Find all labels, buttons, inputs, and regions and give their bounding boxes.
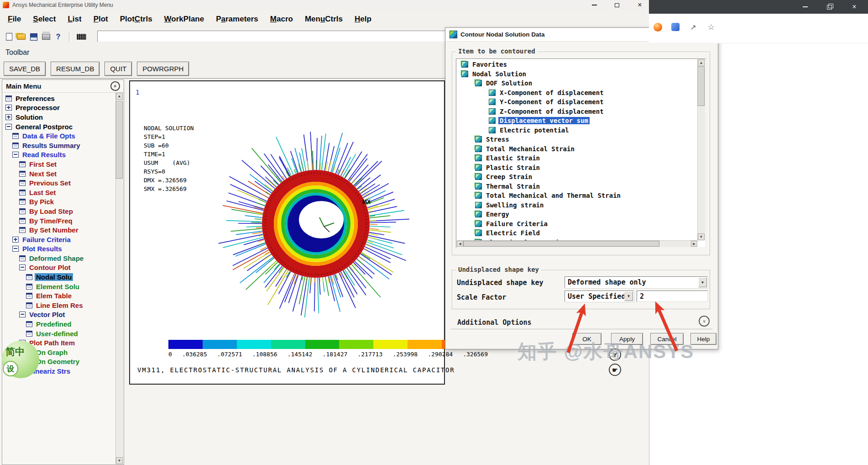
contour-tree-item[interactable]: Plastic Strain [458, 163, 697, 173]
chevron-down-icon[interactable]: ▼ [698, 277, 707, 287]
main-menu-item[interactable]: Vector Plot [4, 310, 115, 320]
minimize-icon[interactable] [799, 2, 811, 11]
contour-tree-item[interactable]: Total Mechanical Strain [458, 144, 697, 154]
pick-hand-icon[interactable]: ☛ [609, 364, 621, 376]
menu-item[interactable]: Help [349, 13, 377, 26]
contour-tree-item[interactable]: Creep Strain [458, 172, 697, 182]
graphics-window[interactable]: 1 NODAL SOLUTIONSTEP=1SUB =60TIME=1USUM … [129, 80, 445, 385]
maximize-icon[interactable] [611, 0, 623, 10]
main-menu-item[interactable]: Read Results [4, 150, 115, 160]
share-icon[interactable] [687, 21, 699, 33]
print-icon[interactable] [40, 31, 52, 43]
scale-factor-mode-dropdown[interactable]: User Specified ▼ [565, 291, 634, 302]
main-menu-item[interactable]: First Set [4, 159, 115, 169]
scrollbar-thumb[interactable] [698, 67, 705, 106]
main-menu-item[interactable]: Results Summary [4, 141, 115, 150]
scroll-down-icon[interactable]: ▼ [116, 457, 123, 464]
contour-tree-item[interactable]: Energy [458, 210, 697, 219]
main-menu-item[interactable]: User-defined [4, 329, 115, 338]
restore-icon[interactable] [823, 2, 836, 11]
star-icon[interactable] [705, 21, 717, 33]
main-menu-item[interactable]: Preferences [4, 94, 115, 103]
contour-tree-item[interactable]: Displacement vector sum [458, 116, 697, 126]
scroll-left-icon[interactable]: ◀ [457, 241, 463, 247]
main-menu-item[interactable]: Predefined [4, 319, 115, 329]
contour-tree-item[interactable]: Y-Component of displacement [458, 97, 697, 107]
menu-item[interactable]: PlotCtrls [114, 13, 158, 26]
help-icon[interactable] [52, 31, 64, 43]
main-menu-item[interactable]: By Pick [4, 197, 115, 207]
contour-tree-item[interactable]: Elastic Strain [458, 153, 697, 163]
menu-item[interactable]: Macro [264, 13, 299, 26]
main-menu-scrollbar[interactable]: ▲ ▼ [115, 93, 123, 464]
shape-key-dropdown[interactable]: Deformed shape only ▼ [565, 276, 708, 288]
apply-button[interactable]: Apply [611, 333, 643, 345]
additional-options-label[interactable]: Additional Options [457, 318, 532, 327]
main-menu-item[interactable]: Next Set [4, 169, 115, 179]
main-menu-item[interactable]: Previous Set [4, 178, 115, 188]
cancel-button[interactable]: Cancel [650, 333, 684, 345]
scrollbar-thumb[interactable] [463, 241, 659, 247]
main-menu-item[interactable]: Line Elem Res [4, 301, 115, 310]
help-button[interactable]: Help [690, 333, 716, 345]
scrollbar-thumb[interactable] [116, 101, 123, 179]
menu-item[interactable]: Parameters [210, 13, 264, 26]
menu-item[interactable]: Select [27, 13, 62, 26]
contour-tree-item[interactable]: Total Mechanical and Thermal Strain [458, 191, 697, 201]
scale-factor-input[interactable] [637, 291, 708, 302]
menu-item[interactable]: WorkPlane [158, 13, 210, 26]
scroll-up-icon[interactable]: ▲ [116, 93, 123, 100]
extension-blue-icon[interactable] [669, 21, 681, 33]
main-menu-item[interactable]: Last Set [4, 188, 115, 197]
expand-options-icon[interactable]: » [699, 316, 710, 327]
main-menu-item[interactable]: Nodal Solu [4, 272, 115, 282]
tree-horizontal-scrollbar[interactable]: ◀ ▶ [457, 240, 697, 247]
contour-item-tree[interactable]: Favorites Nodal Solution DOF Solution X-… [456, 58, 706, 248]
powrgrph-button[interactable]: POWRGRPH [137, 62, 189, 76]
ok-button[interactable]: OK [572, 333, 601, 345]
tree-vertical-scrollbar[interactable]: ▲ ▼ [697, 59, 705, 240]
main-menu-item[interactable]: Element Solu [4, 282, 115, 291]
quit-button[interactable]: QUIT [105, 62, 132, 76]
menu-item[interactable]: Plot [88, 13, 114, 26]
scroll-up-icon[interactable]: ▲ [698, 59, 705, 66]
contour-tree-item[interactable]: Failure Criteria [458, 219, 697, 229]
save-db-button[interactable]: SAVE_DB [4, 62, 46, 76]
extension-orange-icon[interactable] [652, 21, 664, 33]
contour-tree-item[interactable]: Thermal Strain [458, 182, 697, 191]
collapse-panel-icon[interactable]: « [110, 81, 120, 91]
contour-tree-item[interactable]: DOF Solution [458, 79, 697, 88]
menu-item[interactable]: MenuCtrls [299, 13, 349, 26]
dynamic-mode-icon[interactable]: Y [609, 349, 621, 361]
save-icon[interactable] [27, 31, 40, 43]
close-icon[interactable] [633, 0, 646, 10]
main-menu-item[interactable]: Failure Criteria [4, 235, 115, 244]
scroll-down-icon[interactable]: ▼ [698, 233, 705, 240]
main-menu-item[interactable]: Data & File Opts [4, 131, 115, 141]
contour-tree-item[interactable]: X-Component of displacement [458, 88, 697, 98]
minimize-icon[interactable] [588, 0, 601, 10]
contour-tree-item[interactable]: Electric potential [458, 126, 697, 135]
main-menu-item[interactable]: By Load Step [4, 206, 115, 216]
open-folder-icon[interactable] [15, 31, 27, 43]
close-icon[interactable] [848, 2, 861, 11]
contour-tree-item[interactable]: Z-Component of displacement [458, 107, 697, 116]
main-menu-item[interactable]: Elem Table [4, 291, 115, 301]
contour-tree-item[interactable]: Favorites [458, 60, 697, 69]
main-menu-item[interactable]: Deformed Shape [4, 254, 115, 263]
contour-tree-item[interactable]: Electric Field [458, 228, 697, 238]
main-menu-item[interactable]: Preprocessor [4, 103, 115, 113]
new-file-icon[interactable] [3, 31, 15, 43]
menu-item[interactable]: List [62, 13, 87, 26]
main-menu-item[interactable]: Solution [4, 112, 115, 122]
chevron-down-icon[interactable]: ▼ [624, 291, 633, 301]
scroll-right-icon[interactable]: ▶ [691, 241, 697, 247]
contour-tree-item[interactable]: Swelling strain [458, 201, 697, 210]
keyboard-icon[interactable] [75, 31, 88, 43]
main-menu-item[interactable]: Contour Plot [4, 263, 115, 273]
menu-item[interactable]: File [2, 13, 27, 26]
main-menu-item[interactable]: By Time/Freq [4, 216, 115, 226]
main-menu-item[interactable]: By Set Number [4, 225, 115, 235]
resum-db-button[interactable]: RESUM_DB [51, 62, 99, 76]
contour-tree-item[interactable]: Stress [458, 135, 697, 144]
